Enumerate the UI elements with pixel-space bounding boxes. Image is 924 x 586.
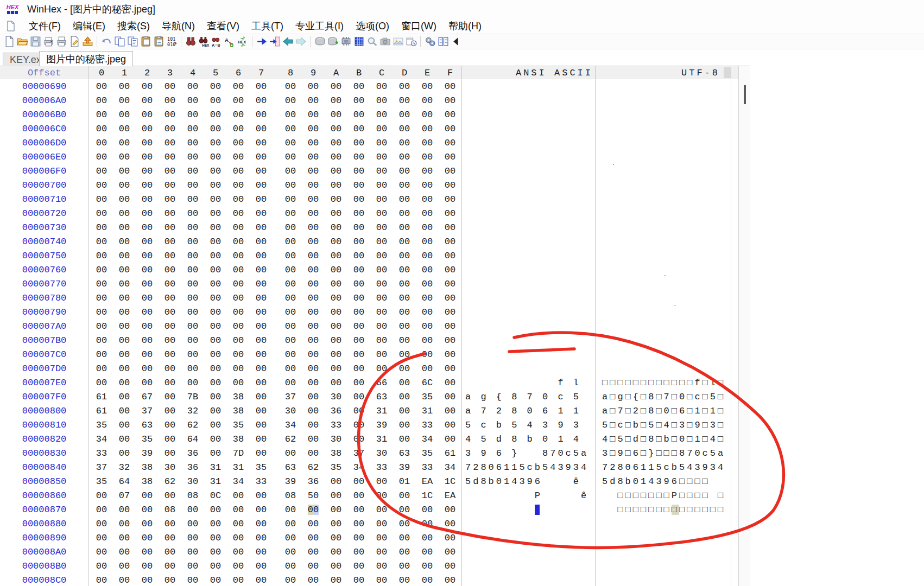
hex-byte[interactable]: 00 bbox=[347, 321, 370, 332]
hex-byte[interactable]: 00 bbox=[302, 265, 325, 275]
hex-byte[interactable]: 00 bbox=[325, 194, 347, 205]
hex-byte[interactable]: 00 bbox=[439, 434, 461, 444]
hex-byte[interactable]: 00 bbox=[416, 237, 439, 247]
hex-byte[interactable]: 00 bbox=[204, 505, 227, 515]
hex-byte[interactable]: 00 bbox=[113, 547, 136, 557]
hex-byte[interactable]: 39 bbox=[370, 420, 393, 430]
hex-byte[interactable]: 39 bbox=[393, 462, 416, 473]
hex-byte[interactable]: 00 bbox=[370, 166, 393, 176]
clone-disk-icon[interactable] bbox=[327, 35, 339, 48]
hex-byte[interactable]: 00 bbox=[181, 505, 204, 515]
hex-byte[interactable]: 00 bbox=[181, 194, 204, 205]
hex-byte[interactable]: 00 bbox=[439, 81, 461, 92]
hex-byte[interactable]: 00 bbox=[250, 349, 273, 360]
hex-byte[interactable]: 00 bbox=[370, 335, 393, 346]
hex-bytes[interactable]: 00000000000000000000000000000000 bbox=[88, 533, 461, 543]
hex-bytes[interactable]: 00000000000000000000000000000000 bbox=[88, 547, 461, 557]
hex-byte[interactable]: 00 bbox=[181, 307, 204, 317]
hex-byte[interactable]: 00 bbox=[370, 152, 393, 162]
hex-byte[interactable]: 00 bbox=[113, 124, 136, 134]
hex-byte[interactable]: 00 bbox=[370, 561, 393, 571]
hex-byte[interactable]: 00 bbox=[439, 208, 461, 219]
hex-byte[interactable]: 00 bbox=[416, 293, 439, 303]
hex-byte[interactable]: 00 bbox=[159, 180, 181, 190]
utf8-text[interactable]: a□7□2□8□0□6□1□1□ bbox=[595, 406, 727, 416]
paste-write-icon[interactable] bbox=[153, 35, 165, 48]
hex-byte[interactable]: 00 bbox=[439, 110, 461, 120]
hex-byte[interactable]: 00 bbox=[250, 95, 273, 106]
edit-properties-icon[interactable] bbox=[68, 35, 81, 48]
hex-byte[interactable]: 00 bbox=[136, 124, 159, 134]
hex-byte[interactable]: 34 bbox=[439, 462, 461, 473]
hex-byte[interactable]: 00 bbox=[113, 81, 136, 92]
hex-byte[interactable]: 00 bbox=[302, 519, 325, 529]
hex-byte[interactable]: 00 bbox=[439, 307, 461, 317]
paste-clipboard-icon[interactable] bbox=[140, 35, 152, 48]
hex-byte[interactable]: 00 bbox=[90, 364, 113, 374]
hex-byte[interactable]: 00 bbox=[204, 180, 227, 190]
hex-byte[interactable]: 00 bbox=[204, 81, 227, 92]
hex-byte[interactable]: 00 bbox=[347, 251, 370, 261]
hex-byte[interactable]: 00 bbox=[136, 222, 159, 233]
hex-byte[interactable]: 00 bbox=[250, 406, 273, 416]
hex-byte[interactable]: 00 bbox=[113, 208, 136, 219]
hex-byte[interactable]: 00 bbox=[279, 124, 302, 134]
hex-byte[interactable]: 00 bbox=[204, 561, 227, 571]
hex-byte[interactable]: 00 bbox=[136, 152, 159, 162]
hex-byte[interactable]: 00 bbox=[113, 138, 136, 148]
hex-byte[interactable]: 00 bbox=[204, 420, 227, 430]
hex-byte[interactable]: 00 bbox=[325, 222, 347, 233]
hex-byte[interactable]: 00 bbox=[204, 110, 227, 120]
hex-byte[interactable]: 00 bbox=[136, 364, 159, 374]
hex-byte[interactable]: 00 bbox=[279, 335, 302, 346]
hex-byte[interactable]: 00 bbox=[90, 307, 113, 317]
hex-byte[interactable]: 00 bbox=[370, 519, 393, 529]
hex-byte[interactable]: 00 bbox=[113, 434, 136, 444]
hex-byte[interactable]: 00 bbox=[90, 519, 113, 529]
hex-byte[interactable]: 00 bbox=[347, 293, 370, 303]
hex-byte[interactable]: 00 bbox=[393, 180, 416, 190]
hex-byte[interactable]: 00 bbox=[227, 194, 250, 205]
hex-byte[interactable]: 00 bbox=[393, 110, 416, 120]
hex-byte[interactable]: 00 bbox=[393, 321, 416, 332]
forward-icon[interactable] bbox=[295, 35, 307, 48]
hex-byte[interactable]: 00 bbox=[113, 152, 136, 162]
hex-bytes[interactable]: 00000000000000000000000000000000 bbox=[88, 194, 461, 205]
hex-byte[interactable]: 00 bbox=[181, 95, 204, 106]
hex-byte[interactable]: 00 bbox=[439, 364, 461, 374]
hex-byte[interactable]: 00 bbox=[416, 110, 439, 120]
hex-byte[interactable]: 30 bbox=[325, 434, 347, 444]
hex-byte[interactable]: 00 bbox=[393, 434, 416, 444]
hex-byte[interactable]: 00 bbox=[393, 124, 416, 134]
hex-byte[interactable]: 00 bbox=[90, 180, 113, 190]
hex-byte[interactable]: 00 bbox=[113, 420, 136, 430]
hex-byte[interactable]: 36 bbox=[325, 406, 347, 416]
hex-byte[interactable]: 00 bbox=[227, 335, 250, 346]
gallery-icon[interactable] bbox=[392, 35, 404, 48]
hex-byte[interactable]: 00 bbox=[302, 321, 325, 332]
hex-byte[interactable]: 37 bbox=[136, 406, 159, 416]
hex-byte[interactable]: 00 bbox=[279, 279, 302, 289]
options-gears-icon[interactable] bbox=[424, 35, 436, 48]
hex-byte[interactable]: 00 bbox=[393, 491, 416, 501]
hex-byte[interactable]: 00 bbox=[159, 279, 181, 289]
hex-byte[interactable]: 00 bbox=[279, 95, 302, 106]
hex-byte[interactable]: 00 bbox=[393, 81, 416, 92]
hex-byte[interactable]: 00 bbox=[136, 575, 159, 585]
hex-byte[interactable]: 7B bbox=[181, 392, 204, 402]
hex-byte[interactable]: 00 bbox=[159, 561, 181, 571]
hex-byte[interactable]: 00 bbox=[279, 364, 302, 374]
hex-byte[interactable]: 00 bbox=[439, 392, 461, 402]
hex-byte[interactable]: 00 bbox=[279, 293, 302, 303]
hex-byte[interactable]: 00 bbox=[325, 378, 347, 388]
hex-byte[interactable]: 38 bbox=[227, 406, 250, 416]
hex-byte[interactable]: 00 bbox=[250, 222, 273, 233]
hex-byte[interactable]: 00 bbox=[90, 166, 113, 176]
hex-byte[interactable]: 00 bbox=[159, 251, 181, 261]
hex-byte[interactable]: 00 bbox=[136, 95, 159, 106]
hex-byte[interactable]: 00 bbox=[181, 152, 204, 162]
new-file-icon[interactable] bbox=[3, 35, 16, 48]
hex-byte[interactable]: 00 bbox=[325, 265, 347, 275]
hex-byte[interactable]: 00 bbox=[90, 124, 113, 134]
hex-byte[interactable]: 00 bbox=[302, 208, 325, 219]
